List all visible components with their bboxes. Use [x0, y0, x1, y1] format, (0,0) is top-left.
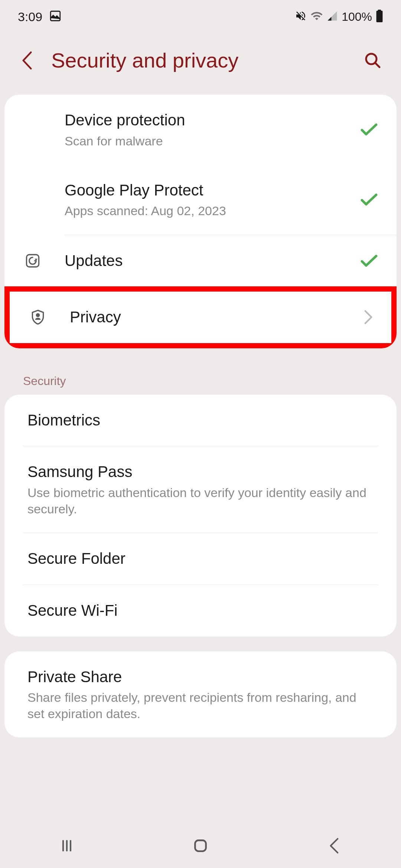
- list-item-subtitle: Scan for malware: [65, 133, 353, 149]
- list-item-updates[interactable]: Updates: [4, 235, 397, 287]
- page-title: Security and privacy: [51, 48, 348, 72]
- list-item-title: Secure Folder: [27, 549, 374, 569]
- navigation-bar: [0, 823, 401, 868]
- checkmark-icon: [360, 193, 378, 206]
- list-item-device-protection[interactable]: Device protection Scan for malware: [4, 95, 397, 165]
- svg-rect-9: [195, 840, 206, 851]
- list-item-privacy[interactable]: Privacy: [4, 286, 397, 348]
- nav-recent-button[interactable]: [56, 835, 78, 857]
- list-item-samsung-pass[interactable]: Samsung Pass Use biometric authenticatio…: [4, 446, 397, 533]
- status-right: 100%: [295, 10, 383, 24]
- list-item-subtitle: Share files privately, prevent recipient…: [27, 689, 374, 722]
- list-item-title: Google Play Protect: [65, 180, 353, 201]
- svg-rect-4: [27, 254, 39, 267]
- section-header-security: Security: [0, 363, 401, 395]
- wifi-icon: [310, 10, 323, 24]
- checkmark-icon: [360, 123, 378, 136]
- nav-back-button[interactable]: [323, 835, 345, 857]
- updates-icon: [23, 251, 42, 270]
- battery-icon: [376, 10, 383, 24]
- privacy-shield-icon: [28, 308, 48, 327]
- svg-point-5: [36, 314, 39, 316]
- signal-icon: [327, 10, 338, 23]
- nav-home-button[interactable]: [189, 835, 212, 857]
- list-item-subtitle: Apps scanned: Aug 02, 2023: [65, 203, 353, 219]
- mute-icon: [295, 10, 307, 23]
- list-item-subtitle: Use biometric authentication to verify y…: [27, 484, 374, 517]
- list-item-title: Secure Wi-Fi: [27, 601, 374, 621]
- list-item-biometrics[interactable]: Biometrics: [4, 395, 397, 446]
- list-item-title: Device protection: [65, 110, 353, 131]
- section-overview-card: Device protection Scan for malware Googl…: [4, 95, 397, 348]
- svg-rect-2: [378, 10, 381, 11]
- svg-rect-1: [376, 11, 383, 22]
- list-item-private-share[interactable]: Private Share Share files privately, pre…: [4, 651, 397, 738]
- status-time: 3:09: [18, 10, 42, 24]
- back-button[interactable]: [18, 51, 36, 70]
- list-item-title: Updates: [65, 251, 353, 271]
- status-bar: 3:09 100%: [0, 0, 401, 33]
- list-item-title: Samsung Pass: [27, 462, 374, 482]
- list-item-google-play-protect[interactable]: Google Play Protect Apps scanned: Aug 02…: [4, 165, 397, 235]
- list-item-title: Private Share: [27, 667, 374, 687]
- checkmark-icon: [360, 254, 378, 267]
- picture-icon: [49, 10, 62, 24]
- list-item-secure-wifi[interactable]: Secure Wi-Fi: [4, 585, 397, 637]
- search-button[interactable]: [362, 50, 383, 71]
- list-item-title: Biometrics: [27, 410, 374, 431]
- battery-text: 100%: [342, 10, 372, 24]
- header: Security and privacy: [0, 33, 401, 95]
- chevron-right-icon: [364, 310, 373, 325]
- list-item-title: Privacy: [70, 307, 356, 328]
- status-left: 3:09: [18, 10, 62, 24]
- list-item-secure-folder[interactable]: Secure Folder: [4, 533, 397, 585]
- section-security-card: Biometrics Samsung Pass Use biometric au…: [4, 395, 397, 637]
- section-private-share-card: Private Share Share files privately, pre…: [4, 651, 397, 738]
